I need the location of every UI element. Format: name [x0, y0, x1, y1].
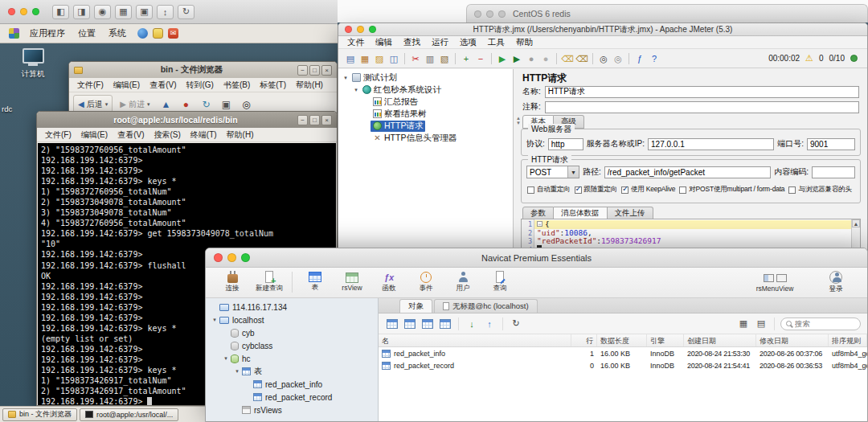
stop-icon[interactable]: ● [524, 51, 538, 66]
zoom-icon[interactable] [369, 26, 376, 33]
open-table-button[interactable] [385, 317, 399, 331]
export-wizard-button[interactable]: ↑ [482, 317, 497, 331]
menu-item[interactable]: 文件(F) [40, 129, 76, 141]
minimize-icon[interactable] [227, 253, 236, 262]
path-field[interactable] [604, 166, 771, 178]
close-icon[interactable] [214, 253, 223, 262]
pane-toggle-icon[interactable] [764, 274, 774, 282]
menu-item[interactable]: 查看(V) [145, 80, 181, 91]
desktop-icon-computer[interactable]: 计算机 [8, 48, 58, 80]
shutdown-icon[interactable]: ● [538, 51, 553, 66]
copy-icon[interactable]: ▥ [423, 51, 437, 66]
close-icon[interactable] [345, 26, 352, 33]
function-helper-icon[interactable]: ƒ [633, 51, 647, 66]
tree-node[interactable]: 察看结果树 [338, 108, 513, 120]
close-icon[interactable]: × [321, 65, 332, 76]
close-icon[interactable] [8, 8, 15, 15]
paste-icon[interactable]: ▧ [437, 51, 452, 66]
taskbar-item-file-browser[interactable]: bin - 文件浏览器 [2, 408, 77, 421]
windows-panel-icon[interactable]: ◨ [73, 5, 90, 19]
column-header[interactable]: 修改日期 [756, 334, 829, 346]
checkbox-checked[interactable]: 使用 KeepAlive [621, 185, 675, 195]
close-icon[interactable] [474, 10, 481, 18]
comment-field[interactable] [545, 101, 859, 113]
name-field[interactable] [545, 86, 859, 98]
zoom-icon[interactable] [498, 10, 506, 18]
fullscreen-icon[interactable]: ↕ [157, 5, 174, 19]
jmeter-titlebar[interactable]: HTTP请求.jmx (/Users/chenyanbin/HTTP请求.jmx… [338, 23, 867, 36]
menu-item[interactable]: 编辑(E) [108, 80, 145, 91]
checkbox-unchecked[interactable]: 对POST使用multipart / form-data [679, 185, 784, 195]
method-select[interactable]: POST ▼ [526, 166, 579, 178]
tab-objects[interactable]: 对象 [399, 299, 432, 313]
functions-button[interactable]: 函数 [371, 268, 407, 296]
desktop-icon-partial[interactable]: rdc [2, 104, 12, 113]
pane-toggle-icon[interactable] [776, 274, 787, 282]
sidebar-node[interactable]: cybclass [206, 339, 378, 352]
queries-button[interactable]: 查询 [481, 268, 518, 296]
login-button[interactable]: 登录 [817, 268, 854, 296]
monitor-icon[interactable]: ▣ [136, 5, 153, 19]
design-table-button[interactable] [403, 317, 417, 331]
tree-expander[interactable]: ▾ [342, 75, 350, 81]
sidebar-node[interactable]: 114.116.17.134 [206, 301, 378, 313]
minimize-icon[interactable] [20, 8, 27, 15]
sidebar-node[interactable]: ▾localhost [206, 313, 378, 326]
start-icon[interactable]: ▶ [495, 51, 510, 66]
column-header[interactable]: 排序规则 [829, 334, 867, 346]
grid-view-icon[interactable]: ▦ [736, 317, 751, 331]
protocol-field[interactable] [548, 138, 583, 150]
mail-icon[interactable] [168, 28, 178, 39]
search-box[interactable] [780, 318, 861, 330]
chevron-down-icon[interactable]: ▾ [147, 101, 150, 108]
port-field[interactable] [807, 138, 855, 150]
distro-logo-icon[interactable] [9, 28, 19, 39]
column-header[interactable]: 创建日期 [684, 334, 756, 346]
taskbar-item-terminal[interactable]: root@apple:/usr/local/... [80, 408, 178, 421]
minimize-icon[interactable] [486, 10, 493, 18]
import-wizard-button[interactable]: ↓ [465, 317, 479, 331]
tree-expander[interactable]: ▾ [233, 368, 241, 375]
zoom-icon[interactable] [32, 8, 39, 15]
fold-marker-icon[interactable]: − [537, 221, 542, 227]
menu-item[interactable]: 终端(T) [186, 129, 222, 141]
view-toggle-buttons[interactable]: rsMenuView [756, 268, 793, 296]
search-input[interactable] [795, 319, 845, 328]
menu-item[interactable]: 编辑 [370, 37, 398, 48]
sidebar-node[interactable]: cyb [206, 326, 378, 339]
terminal-titlebar[interactable]: root@apple:/usr/local/redis/bin − □ × [37, 112, 337, 128]
save-icon[interactable]: ◫ [387, 51, 401, 66]
clear-icon[interactable]: ⌫ [560, 51, 575, 66]
connection-button[interactable]: 连接 [214, 268, 251, 296]
sidebar-node[interactable]: rsViews [206, 404, 378, 416]
column-header[interactable]: 行 [571, 334, 597, 346]
remove-icon[interactable]: − [473, 51, 488, 66]
column-header[interactable]: 数据长度 [597, 334, 647, 346]
splitter-arrows-icon[interactable]: ▲▼ [516, 116, 521, 125]
close-icon[interactable]: × [321, 115, 332, 125]
views-button[interactable]: rsView [334, 268, 371, 296]
menu-item[interactable]: 搜索(S) [149, 129, 185, 141]
clear-all-icon[interactable]: ⌫ [575, 51, 589, 66]
notes-icon[interactable] [153, 28, 163, 39]
tree-expander[interactable]: ▾ [222, 355, 230, 362]
table-row[interactable]: red_packet_record016.00 KBInnoDB2020-08-… [379, 359, 867, 371]
new-query-button[interactable]: 新建查询 [251, 268, 288, 296]
refresh-button[interactable]: ↻ [509, 317, 523, 331]
new-file-icon[interactable]: ▤ [343, 51, 358, 66]
minimize-icon[interactable] [357, 26, 364, 33]
minimize-icon[interactable]: − [297, 65, 308, 76]
scroll-up-icon[interactable]: ▲ [852, 219, 860, 227]
tab-untitled-query[interactable]: 无标题@hc (localhost) [434, 299, 538, 313]
checkbox-unchecked[interactable]: 自动重定向 [527, 185, 571, 195]
menu-item[interactable]: 选项 [454, 37, 482, 48]
column-header[interactable]: 引擎 [647, 334, 684, 346]
checkbox-checked[interactable]: 跟随重定向 [575, 185, 618, 195]
vm-window-titlebar[interactable]: CentOS 6 redis [466, 4, 868, 23]
tree-node[interactable]: ▾测试计划 [338, 72, 513, 84]
table-row[interactable]: red_packet_info116.00 KBInnoDB2020-08-24… [379, 347, 867, 359]
tree-expander[interactable]: ▾ [352, 87, 360, 93]
open-file-icon[interactable]: ▨ [372, 51, 387, 66]
menu-item[interactable]: 文件(F) [72, 80, 108, 91]
menu-item[interactable]: 查找 [398, 37, 426, 48]
